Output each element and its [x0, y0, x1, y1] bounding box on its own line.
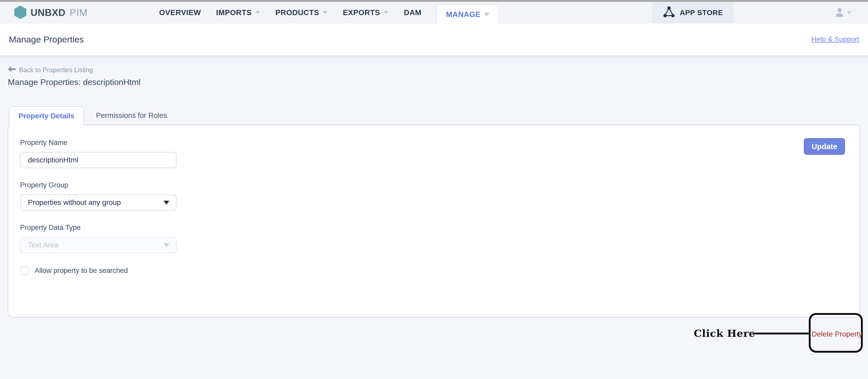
- property-group-selected-value: Properties without any group: [28, 198, 121, 207]
- chevron-down-icon: [484, 13, 489, 16]
- nav-item-manage-label: MANAGE: [446, 10, 481, 19]
- nav-item-overview[interactable]: OVERVIEW: [159, 8, 201, 17]
- page-title: Manage Properties: [9, 34, 84, 44]
- property-data-type-label: Property Data Type: [20, 224, 860, 232]
- chevron-down-icon: [847, 11, 852, 14]
- window-top-strip: [0, 0, 868, 2]
- app-store-label: APP STORE: [680, 9, 723, 17]
- property-group-select[interactable]: Properties without any group: [20, 194, 177, 211]
- page-title-bar: Manage Properties Help & Support: [0, 24, 868, 55]
- property-name-label: Property Name: [20, 139, 860, 147]
- brand-logo[interactable]: UNBXD PIM: [14, 2, 88, 24]
- tab-bar: Property Details Permissions for Roles: [9, 106, 860, 125]
- user-avatar-icon: [835, 7, 844, 18]
- tab-property-details-label: Property Details: [19, 112, 74, 120]
- click-here-annotation: Click Here: [694, 327, 755, 339]
- searchable-checkbox-row: Allow property to be searched: [20, 266, 860, 275]
- tab-permissions-for-roles-label: Permissions for Roles: [96, 111, 167, 120]
- brand-hexagon-icon: [14, 5, 26, 20]
- nav-item-exports-label: EXPORTS: [343, 8, 380, 17]
- chevron-down-icon: [322, 11, 328, 14]
- property-name-input[interactable]: [20, 152, 177, 168]
- nav-item-imports-label: IMPORTS: [216, 8, 252, 17]
- update-button[interactable]: Update: [804, 138, 845, 155]
- help-support-link[interactable]: Help & Support: [811, 35, 859, 43]
- page-heading: Manage Properties: descriptionHtml: [8, 77, 860, 87]
- nav-items: OVERVIEW IMPORTS PRODUCTS EXPORTS DAM MA…: [159, 2, 499, 24]
- nav-item-exports[interactable]: EXPORTS: [343, 8, 389, 17]
- nav-item-dam[interactable]: DAM: [404, 8, 422, 17]
- chevron-down-icon: [383, 11, 389, 14]
- property-data-type-select: Text Area: [20, 237, 177, 253]
- nav-item-manage[interactable]: MANAGE: [437, 4, 499, 24]
- chevron-down-icon: [163, 243, 169, 247]
- tab-permissions-for-roles[interactable]: Permissions for Roles: [84, 106, 179, 125]
- nav-item-products[interactable]: PRODUCTS: [275, 8, 328, 17]
- nav-item-imports[interactable]: IMPORTS: [216, 8, 260, 17]
- property-data-type-field: Property Data Type Text Area: [20, 224, 860, 253]
- tab-property-details[interactable]: Property Details: [9, 106, 84, 125]
- delete-property-link[interactable]: Delete Property: [812, 330, 863, 338]
- property-name-field: Property Name: [20, 139, 860, 168]
- nav-item-products-label: PRODUCTS: [275, 8, 319, 17]
- searchable-checkbox[interactable]: [20, 266, 29, 275]
- property-data-type-selected-value: Text Area: [28, 241, 58, 249]
- breadcrumb-back-link[interactable]: Back to Properties Listing: [8, 55, 93, 74]
- property-details-panel: Update Property Name Property Group Prop…: [8, 125, 860, 317]
- app-store-button[interactable]: APP STORE: [652, 2, 734, 24]
- chevron-down-icon: [163, 201, 169, 204]
- property-group-label: Property Group: [20, 181, 860, 189]
- user-menu-button[interactable]: [835, 2, 852, 24]
- property-group-field: Property Group Properties without any gr…: [20, 181, 860, 211]
- nav-item-dam-label: DAM: [404, 8, 422, 17]
- arrow-left-icon: [8, 66, 16, 74]
- app-store-icon: [663, 6, 675, 19]
- breadcrumb-label: Back to Properties Listing: [19, 66, 93, 74]
- chevron-down-icon: [255, 11, 260, 14]
- annotation-connector-line: [754, 333, 810, 335]
- searchable-checkbox-label: Allow property to be searched: [35, 267, 128, 275]
- nav-item-overview-label: OVERVIEW: [159, 8, 201, 17]
- brand-name: UNBXD: [31, 7, 65, 18]
- brand-suffix: PIM: [70, 7, 88, 18]
- top-nav: UNBXD PIM OVERVIEW IMPORTS PRODUCTS EXPO…: [0, 2, 868, 24]
